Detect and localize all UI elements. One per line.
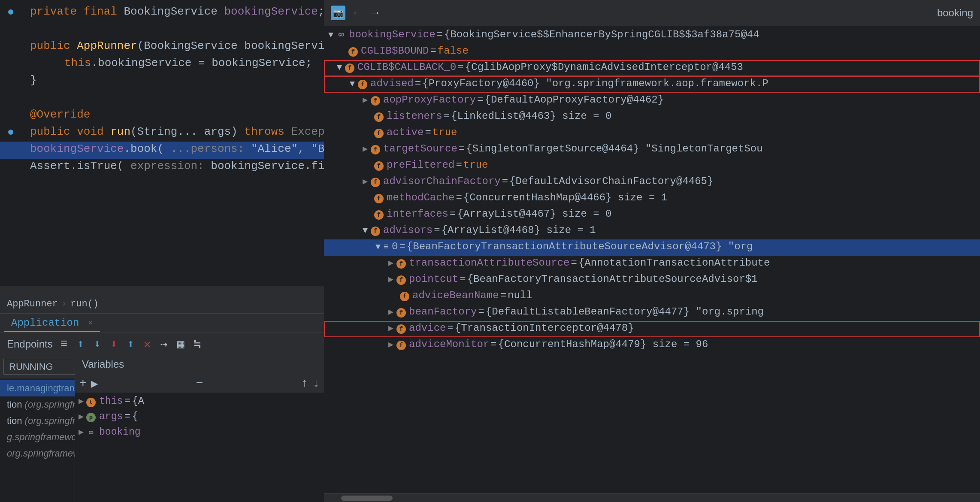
stack-item-4[interactable]: org.springframework.boot) (0, 445, 75, 462)
stack-trace: RUNNING ↑ ↓ ⊞ + ▶ le.managingtransaction… (0, 355, 75, 502)
tree-arrow-bf[interactable]: ▶ (388, 306, 393, 317)
var-val-this: {A (132, 396, 144, 407)
var-this: ▶ t this = {A (75, 394, 324, 410)
icon-f-prefiltered: f (374, 161, 384, 171)
scrollbar-thumb[interactable] (341, 496, 393, 501)
icon-f-advice: f (396, 324, 406, 334)
list-icon: ≡ (384, 242, 389, 252)
toolbar-list-icon[interactable]: ≡ (59, 336, 70, 352)
var-arrow-args[interactable]: ▶ (79, 411, 84, 422)
icon-oo-bookingService: ∞ (336, 30, 346, 40)
stack-item-0[interactable]: le.managingtransactions) (0, 380, 75, 396)
tab-application[interactable]: Application × (4, 315, 100, 332)
tree-arrow-target[interactable]: ▶ (363, 143, 368, 154)
tree-arrow-advisor-chain[interactable]: ▶ (363, 176, 368, 187)
icon-f-method-cache: f (374, 194, 384, 203)
tree-aop-proxy: ▶ f aopProxyFactory = {DefaultAopProxyFa… (324, 93, 980, 109)
tree-prefiltered: f preFiltered = true (324, 158, 980, 174)
toolbar-up2-icon[interactable]: ⬆ (125, 335, 136, 353)
param-hint: expression: (124, 160, 211, 172)
tree-arrow-cglib-callback[interactable]: ▼ (337, 63, 342, 73)
toolbar-grid-icon[interactable]: ▦ (175, 335, 186, 353)
code-line-8: public void run(String... args) throws E… (0, 124, 324, 142)
keyword-this: this (64, 57, 91, 70)
tree-eq-interfaces: = (450, 208, 456, 220)
tree-arrow-pointcut[interactable]: ▶ (388, 274, 393, 284)
tree-arrow-bookingService[interactable]: ▼ (328, 30, 333, 40)
tree-val-advice: {TransactionInterceptor@4478} (455, 322, 634, 334)
tree-key-pointcut: pointcut (409, 273, 458, 285)
tree-arrow-tas[interactable]: ▶ (388, 257, 393, 268)
icon-f-abn: f (400, 292, 409, 301)
code-content-5: } (17, 74, 324, 87)
tree-key-am: adviceMonitor (409, 339, 489, 350)
vars-arrow-icon[interactable]: ▶ (91, 376, 98, 391)
icon-f-pointcut: f (396, 275, 406, 285)
tab-close-icon[interactable]: × (88, 318, 93, 328)
nav-back-btn[interactable]: ← (352, 5, 363, 21)
tree-key-tas: transactionAttributeSource (409, 257, 569, 269)
stack-pkg: (org.springframework.boot) (25, 415, 75, 426)
tree-key-target: targetSource (383, 143, 457, 154)
type-truncated: Except (291, 125, 324, 138)
tree-arrow-aop[interactable]: ▶ (363, 94, 368, 105)
tree-key-active: active (387, 127, 423, 138)
vars-plus-icon[interactable]: + (79, 377, 87, 390)
tree-arrow-advice[interactable]: ▶ (388, 323, 393, 333)
stack-pkg: g.springframework.boot) (7, 432, 75, 442)
tree-cglib-bound: f CGLIB$BOUND = false (324, 44, 980, 60)
stack-item-1[interactable]: tion (org.springframework.boot) (0, 396, 75, 413)
tree-val-cglib-callback: {CglibAopProxy$DynamicAdvisedInterceptor… (465, 61, 743, 73)
tree-eq-bf: = (478, 306, 484, 318)
code-content-10: Assert.isTrue( expression: bookingServic… (17, 160, 324, 172)
nav-forward-btn[interactable]: → (370, 5, 381, 21)
toolbar-down-red-icon[interactable]: ⬇ (109, 335, 119, 353)
method: .isTrue( (70, 160, 124, 172)
stack-item-3[interactable]: g.springframework.boot) (0, 429, 75, 445)
tree-val-target: {SingletonTargetSource@4464} "SingletonT… (466, 143, 762, 154)
var-arrow-booking[interactable]: ▶ (79, 426, 84, 437)
var-args: ▶ p args = { (75, 410, 324, 425)
var-icon-booking: ∞ (86, 428, 96, 437)
tree-eq-cglib-bound: = (430, 45, 436, 57)
vars-down-icon[interactable]: ↓ (312, 377, 320, 390)
keyword: private (30, 5, 84, 18)
vars-up-icon[interactable]: ↑ (301, 377, 308, 390)
code-line-3: public AppRunner(BookingService bookingS… (0, 39, 324, 56)
var-arrow-this[interactable]: ▶ (79, 396, 84, 406)
tree-listeners: f listeners = {LinkedList@4463} size = 0 (324, 109, 980, 125)
tree-cglib-callback: ▼ f CGLIB$CALLBACK_0 = {CglibAopProxy$Dy… (324, 60, 980, 76)
camera-icon[interactable]: 📷 (331, 6, 345, 20)
tree-val-cglib-bound: false (438, 45, 469, 57)
tree-val-advisor-chain: {DefaultAdvisorChainFactory@4465} (509, 175, 713, 187)
tree-key-method-cache: methodCache (387, 192, 454, 203)
running-dropdown[interactable]: RUNNING (3, 359, 75, 375)
code-line-4: this.bookingService = bookingService; (0, 56, 324, 73)
tree-eq-prefiltered: = (456, 159, 462, 171)
code-scrollbar[interactable] (0, 286, 324, 294)
toolbar-down-icon[interactable]: ⬇ (92, 335, 103, 353)
tree-scrollbar[interactable] (324, 493, 980, 502)
toolbar-align-icon[interactable]: ≒ (192, 335, 203, 353)
tree-arrow-advisors[interactable]: ▼ (363, 226, 368, 236)
icon-f-advisors: f (371, 227, 380, 236)
tree-val-advisors: {ArrayList@4468} size = 1 (442, 224, 596, 236)
toolbar-up-icon[interactable]: ⬆ (76, 335, 86, 353)
tree-val-method-cache: {ConcurrentHashMap@4466} size = 1 (463, 192, 667, 203)
vars-minus-icon[interactable]: − (196, 377, 203, 390)
method-name: AppRunner (77, 39, 137, 52)
toolbar-cancel-icon[interactable]: ✕ (142, 335, 153, 353)
breakpoint-8[interactable] (8, 130, 13, 135)
variables-title: Variables (82, 358, 124, 370)
tree-val-abn: null (508, 290, 532, 301)
breakpoint-1[interactable] (8, 9, 13, 15)
toolbar-step-icon[interactable]: ⇢ (159, 335, 169, 353)
stack-item-2[interactable]: tion (org.springframework.boot) (0, 413, 75, 429)
tree-arrow-am[interactable]: ▶ (388, 339, 393, 350)
tree-panel: ▼ ∞ bookingService = {BookingService$$En… (324, 26, 980, 493)
string-val: "Alice", "B (251, 142, 324, 155)
tree-arrow-advisor-0[interactable]: ▼ (375, 242, 381, 252)
tree-key-abn: adviceBeanName (412, 290, 499, 301)
tree-arrow-advised[interactable]: ▼ (350, 79, 355, 89)
method-name: run (110, 125, 130, 138)
